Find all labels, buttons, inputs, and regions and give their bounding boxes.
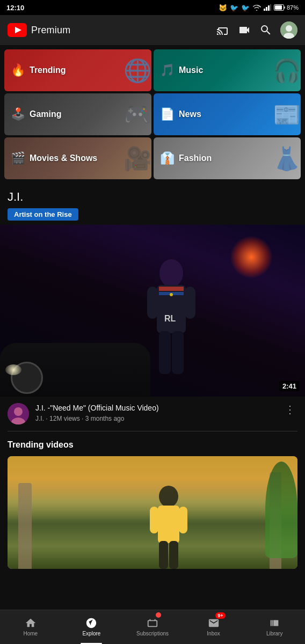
video-views: 12M views bbox=[49, 415, 80, 422]
nav-explore[interactable]: Explore bbox=[61, 610, 122, 644]
svg-rect-30 bbox=[169, 541, 178, 569]
news-icon: 📄 bbox=[160, 107, 175, 121]
video-age: 3 months ago bbox=[85, 415, 125, 422]
music-label: Music bbox=[179, 65, 203, 75]
fashion-decoration: 👗 bbox=[227, 137, 301, 179]
library-label: Library bbox=[266, 631, 283, 636]
svg-rect-29 bbox=[159, 541, 168, 569]
svg-point-21 bbox=[170, 293, 173, 296]
artist-name: J.I. bbox=[8, 190, 297, 204]
music-icon: 🎵 bbox=[160, 63, 175, 77]
youtube-logo bbox=[8, 23, 27, 37]
person-silhouette: RL bbox=[131, 246, 212, 397]
svg-rect-2 bbox=[268, 5, 270, 11]
battery-icon: 87% bbox=[274, 4, 299, 11]
category-gaming[interactable]: 🎮 🕹️ Gaming bbox=[4, 93, 151, 135]
app-icon-2: 🐦 bbox=[230, 4, 238, 12]
status-bar: 12:10 🐱 🐦 🐦 bbox=[0, 0, 305, 15]
category-music[interactable]: 🎧 🎵 Music bbox=[154, 49, 301, 91]
trending-section: Trending videos bbox=[0, 431, 305, 573]
svg-rect-17 bbox=[147, 287, 158, 319]
trending-icon: 🔥 bbox=[11, 63, 25, 77]
svg-rect-20 bbox=[172, 331, 184, 374]
search-button[interactable] bbox=[259, 23, 273, 37]
status-time: 12:10 bbox=[6, 4, 24, 12]
news-decoration: 📰 bbox=[227, 93, 301, 135]
svg-rect-26 bbox=[158, 506, 179, 543]
trending-label: Trending bbox=[30, 65, 66, 75]
video-title: J.I. -"Need Me" (Official Music Video) bbox=[35, 403, 276, 413]
nav-home[interactable]: Home bbox=[0, 610, 61, 644]
svg-rect-6 bbox=[284, 6, 285, 9]
cast-button[interactable] bbox=[216, 23, 230, 37]
subscriptions-icon bbox=[147, 617, 158, 629]
category-news[interactable]: 📰 📄 News bbox=[154, 93, 301, 135]
svg-rect-3 bbox=[270, 4, 271, 11]
svg-rect-27 bbox=[150, 507, 158, 533]
nav-subscriptions[interactable]: Subscriptions bbox=[122, 610, 183, 644]
app-icon-3: 🐦 bbox=[241, 4, 250, 12]
svg-point-23 bbox=[14, 407, 23, 416]
subscriptions-badge bbox=[156, 612, 161, 618]
trending-section-title: Trending videos bbox=[8, 440, 297, 450]
movies-icon: 🎬 bbox=[11, 151, 25, 165]
inbox-badge: 9+ bbox=[215, 612, 225, 619]
bottom-navigation: Home Explore Subscriptions Inbox 9+ Libr… bbox=[0, 610, 305, 644]
trending-person bbox=[136, 483, 201, 569]
fashion-icon: 👔 bbox=[160, 151, 175, 165]
categories-grid: 🌐 🔥 Trending 🎧 🎵 Music 🎮 🕹️ Gaming bbox=[0, 45, 305, 181]
home-icon bbox=[25, 617, 37, 629]
video-channel: J.I. bbox=[35, 415, 44, 422]
header-actions bbox=[216, 21, 297, 39]
video-duration: 2:41 bbox=[279, 381, 300, 391]
app-header: Premium bbox=[0, 15, 305, 45]
signal-icon bbox=[264, 4, 271, 11]
home-label: Home bbox=[23, 631, 38, 636]
nav-library[interactable]: Library bbox=[244, 610, 305, 644]
artist-section: J.I. Artist on the Rise bbox=[0, 181, 305, 225]
library-icon bbox=[268, 617, 280, 629]
video-separator-2: · bbox=[82, 415, 85, 422]
artist-badge: Artist on the Rise bbox=[8, 208, 78, 221]
channel-avatar[interactable] bbox=[8, 403, 29, 425]
more-options-button[interactable]: ⋮ bbox=[282, 403, 297, 416]
fashion-label: Fashion bbox=[179, 153, 212, 163]
category-trending[interactable]: 🌐 🔥 Trending bbox=[4, 49, 151, 91]
logo-area: Premium bbox=[8, 23, 70, 37]
svg-rect-18 bbox=[185, 287, 195, 319]
inbox-label: Inbox bbox=[207, 631, 220, 636]
nav-inbox[interactable]: Inbox 9+ bbox=[183, 610, 244, 644]
svg-point-10 bbox=[286, 25, 292, 32]
news-label: News bbox=[179, 109, 201, 119]
explore-label: Explore bbox=[82, 631, 100, 636]
svg-rect-1 bbox=[266, 7, 267, 11]
svg-rect-5 bbox=[275, 5, 282, 10]
subscriptions-label: Subscriptions bbox=[136, 631, 169, 636]
svg-text:RL: RL bbox=[164, 314, 176, 323]
featured-video-thumbnail[interactable]: RL 2:41 bbox=[0, 225, 305, 397]
gaming-label: Gaming bbox=[30, 109, 62, 119]
trending-decoration: 🌐 bbox=[78, 49, 151, 91]
svg-point-12 bbox=[159, 259, 183, 287]
video-info-row: J.I. -"Need Me" (Official Music Video) J… bbox=[0, 397, 305, 431]
category-movies[interactable]: 🎥 🎬 Movies & Shows bbox=[4, 137, 151, 179]
category-fashion[interactable]: 👗 👔 Fashion bbox=[154, 137, 301, 179]
movies-label: Movies & Shows bbox=[30, 153, 97, 163]
premium-label: Premium bbox=[31, 25, 70, 36]
svg-rect-19 bbox=[159, 331, 171, 374]
svg-point-25 bbox=[159, 486, 178, 507]
svg-rect-28 bbox=[179, 507, 187, 533]
trending-video-thumbnail[interactable] bbox=[8, 456, 297, 569]
svg-rect-14 bbox=[159, 287, 184, 291]
record-button[interactable] bbox=[237, 23, 251, 37]
wifi-icon bbox=[252, 4, 261, 11]
music-decoration: 🎧 bbox=[227, 49, 301, 91]
user-avatar[interactable] bbox=[280, 21, 297, 39]
explore-icon bbox=[85, 617, 97, 629]
video-subtitle: J.I. · 12M views · 3 months ago bbox=[35, 415, 276, 422]
gaming-decoration: 🎮 bbox=[78, 93, 151, 135]
video-meta: J.I. -"Need Me" (Official Music Video) J… bbox=[35, 403, 276, 422]
svg-rect-0 bbox=[264, 9, 265, 11]
gaming-icon: 🕹️ bbox=[11, 107, 25, 121]
app-icon-1: 🐱 bbox=[219, 4, 227, 12]
